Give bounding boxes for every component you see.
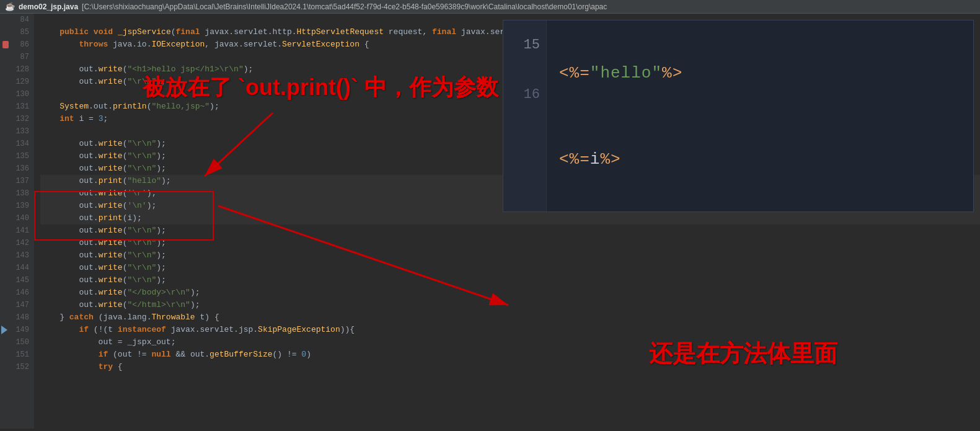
title-bar: ☕ demo02_jsp.java [C:\Users\shixiaochuan… (0, 0, 980, 14)
gutter-133: 133 (0, 125, 34, 138)
gutter-151: 151 (0, 349, 34, 361)
panel-code: <%="hello"%> <%=i%> (547, 20, 973, 211)
code-line-140: out.print(i); (40, 212, 980, 224)
gutter-149: 149 (0, 324, 34, 336)
gutter-86: 86 (0, 38, 34, 51)
gutter-148: 148 (0, 311, 34, 324)
editor-area: 84 85 86 87 128 129 130 131 132 133 134 … (0, 14, 980, 429)
panel-code-line-16: <%=i%> (559, 138, 961, 181)
file-icon: ☕ (5, 2, 15, 11)
gutter-87: 87 (0, 51, 34, 63)
code-line-144: out.write("\r\n"); (40, 262, 980, 274)
gutter-152: 152 (0, 361, 34, 373)
annotation-method-body: 还是在方法体里面 (649, 338, 837, 370)
annotation-out-print: 被放在了 `out.print()` 中，作为参数 (143, 73, 498, 103)
gutter-146: 146 (0, 287, 34, 299)
gutter-145: 145 (0, 274, 34, 287)
gutter-141: 141 (0, 224, 34, 237)
gutter-139: 139 (0, 200, 34, 212)
gutter-84: 84 (0, 14, 34, 26)
panel-line-num-15: 15 (503, 20, 540, 70)
gutter-131: 131 (0, 100, 34, 113)
code-line-146: out.write("</body>\r\n"); (40, 287, 980, 299)
code-line-151: if (out != null && out.getBufferSize() !… (40, 349, 980, 361)
code-line-152: try { (40, 361, 980, 373)
code-line-147: out.write("</html>\r\n"); (40, 299, 980, 311)
gutter-142: 142 (0, 237, 34, 249)
gutter-132: 132 (0, 113, 34, 125)
code-line-141: out.write("\r\n"); (40, 224, 980, 237)
panel-gutter: 15 16 (503, 20, 547, 211)
line-number-gutter: 84 85 86 87 128 129 130 131 132 133 134 … (0, 14, 34, 429)
code-line-148: } catch (java.lang.Throwable t) { (40, 311, 980, 324)
gutter-138: 138 (0, 187, 34, 200)
gutter-135: 135 (0, 150, 34, 162)
gutter-85: 85 (0, 26, 34, 38)
panel-code-line-15: <%="hello"%> (559, 51, 961, 95)
jsp-source-panel: 15 16 <%="hello"%> <%=i%> (503, 20, 974, 212)
gutter-143: 143 (0, 249, 34, 262)
gutter-134: 134 (0, 138, 34, 150)
code-line-149: if (!(t instanceof javax.servlet.jsp.Ski… (40, 324, 980, 336)
code-line-145: out.write("\r\n"); (40, 274, 980, 287)
gutter-129: 129 (0, 76, 34, 88)
code-line-142: out.write("\r\n"); (40, 237, 980, 249)
gutter-137: 137 (0, 175, 34, 187)
gutter-136: 136 (0, 162, 34, 175)
title-filename: demo02_jsp.java (19, 2, 78, 11)
title-path: [C:\Users\shixiaochuang\AppData\Local\Je… (82, 2, 607, 11)
gutter-144: 144 (0, 262, 34, 274)
gutter-140: 140 (0, 212, 34, 224)
panel-line-num-16: 16 (503, 70, 540, 120)
gutter-147: 147 (0, 299, 34, 311)
gutter-130: 130 (0, 88, 34, 100)
gutter-128: 128 (0, 63, 34, 76)
code-line-143: out.write("\r\n"); (40, 249, 980, 262)
code-line-150: out = _jspx_out; (40, 336, 980, 349)
gutter-150: 150 (0, 336, 34, 349)
